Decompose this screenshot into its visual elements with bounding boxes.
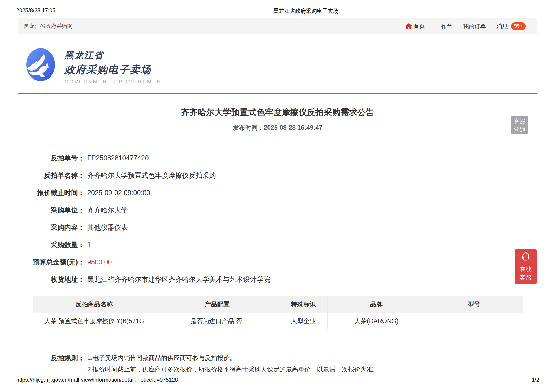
- customer-service-chat-button[interactable]: 客服 沟通: [511, 116, 528, 134]
- nav-item-label: 消息: [496, 22, 508, 30]
- online-service-label-line2: 客服: [520, 273, 532, 282]
- logo-text-mall: 政府采购电子卖场: [64, 63, 166, 77]
- field-row-purchaser: 采购单位： 齐齐哈尔大学: [0, 205, 379, 215]
- col-header-product-config: 产品配置: [155, 296, 279, 313]
- publish-time-label: 发布时间：: [233, 124, 264, 131]
- nav-item-home[interactable]: 首页: [405, 22, 425, 30]
- home-icon: [405, 22, 412, 30]
- field-label: 采购数量：: [0, 240, 85, 249]
- headset-icon: [521, 251, 531, 263]
- field-row-quote-deadline: 报价截止时间： 2025-09-02 09:00:00: [0, 188, 379, 197]
- rules-label: 反拍规则：: [0, 352, 85, 375]
- field-value: 2025-09-02 09:00:00: [87, 188, 150, 197]
- field-row-quantity: 采购数量： 1: [0, 240, 379, 249]
- field-value: 齐齐哈尔大学预置式色牢度摩擦仪反拍采购: [87, 171, 216, 180]
- top-nav-bar: 黑龙江省政府采购网 首页 工作台 我的订单 消息 99+: [18, 18, 537, 34]
- col-header-special-mark: 特殊标识: [279, 296, 328, 313]
- publish-time-value: 2025-08-28 16:49:47: [264, 124, 322, 131]
- nav-item-my-orders[interactable]: 我的订单: [463, 22, 486, 30]
- nav-separator: [491, 24, 491, 29]
- col-header-model: 型号: [425, 296, 523, 313]
- col-header-brand: 品牌: [328, 296, 425, 313]
- field-label: 采购内容：: [0, 223, 85, 232]
- chat-button-label-line2: 沟通: [514, 125, 525, 134]
- logo-text-province: 黑龙江省: [64, 49, 166, 61]
- field-row-auction-name: 反拍单名称： 齐齐哈尔大学预置式色牢度摩擦仪反拍采购: [0, 171, 379, 180]
- nav-separator: [430, 24, 430, 29]
- field-value: 1: [87, 240, 91, 249]
- cell-brand: 大荣(DARONG): [328, 313, 425, 329]
- nav-item-messages[interactable]: 消息: [496, 22, 508, 30]
- cell-product-name: 大荣 预置式色牢度摩擦仪 Y(B)571G: [33, 313, 155, 329]
- online-service-button[interactable]: 在线 客服: [515, 249, 537, 284]
- nav-item-label: 工作台: [435, 22, 453, 30]
- print-datetime: 2025/8/28 17:05: [16, 7, 56, 14]
- logo-text: 黑龙江省 政府采购电子卖场 GOVERNMENT PROCUREMENT: [64, 49, 166, 85]
- field-label: 收货地址：: [0, 275, 85, 284]
- field-row-auction-no: 反拍单号： FP25082810477420: [0, 153, 379, 163]
- red-divider: [18, 93, 537, 94]
- field-label: 反拍单号：: [0, 153, 85, 163]
- notice-fields: 反拍单号： FP25082810477420 反拍单名称： 齐齐哈尔大学预置式色…: [0, 153, 379, 292]
- rules-lines: 1.电子卖场内销售同款商品的供应商可参与反拍报价。 2.报价时间截止前，供应商可…: [87, 352, 379, 375]
- cell-product-config: 是否为进口产品:否;: [155, 313, 279, 329]
- logo-text-english: GOVERNMENT PROCUREMENT: [64, 79, 166, 85]
- nav-item-workbench[interactable]: 工作台: [435, 22, 453, 30]
- field-label: 预算总金额(元)：: [0, 257, 85, 267]
- field-value: 齐齐哈尔大学: [87, 205, 128, 215]
- nav-menu: 首页 工作台 我的订单 消息 99+: [405, 22, 526, 30]
- print-doc-title: 黑龙江省政府采购电子卖场: [273, 7, 338, 15]
- online-service-label-line1: 在线: [520, 265, 532, 274]
- publish-time-row: 发布时间：2025-08-28 16:49:47: [0, 124, 555, 132]
- notice-title: 齐齐哈尔大学预置式色牢度摩擦仪反拍采购需求公告: [0, 107, 555, 118]
- field-label: 反拍单名称：: [0, 171, 85, 180]
- cell-model: [425, 313, 523, 329]
- chat-button-label-line1: 客服: [514, 117, 525, 125]
- field-value: 黑龙江省齐齐哈尔市建华区齐齐哈尔大学美术与艺术设计学院: [87, 275, 270, 284]
- table-row: 大荣 预置式色牢度摩擦仪 Y(B)571G 是否为进口产品:否; 大型企业 大荣…: [33, 313, 523, 329]
- field-label: 报价截止时间：: [0, 188, 85, 197]
- budget-amount: 9500.00: [87, 257, 112, 267]
- rule-line-2: 2.报价时间截止前，供应商可多次报价，所报价格不得高于采购人设定的最高单价，以最…: [87, 364, 379, 375]
- field-value: FP25082810477420: [87, 153, 149, 163]
- nav-item-label: 首页: [414, 22, 425, 30]
- print-page-number: 1/2: [532, 377, 539, 383]
- rule-line-1: 1.电子卖场内销售同款商品的供应商可参与反拍报价。: [87, 352, 379, 364]
- nav-item-label: 我的订单: [463, 22, 486, 30]
- field-row-budget: 预算总金额(元)： 9500.00: [0, 257, 379, 267]
- field-row-purchase-content: 采购内容： 其他仪器仪表: [0, 223, 379, 232]
- logo-mark-icon: [26, 48, 55, 82]
- table-header-row: 反拍商品名称 产品配置 特殊标识 品牌 型号: [33, 296, 523, 313]
- cell-special-mark: 大型企业: [279, 313, 328, 329]
- page: 2025/8/28 17:05 黑龙江省政府采购电子卖场 黑龙江省政府采购网 首…: [0, 0, 555, 392]
- product-table: 反拍商品名称 产品配置 特殊标识 品牌 型号 大荣 预置式色牢度摩擦仪 Y(B)…: [33, 296, 523, 329]
- print-footer-url: https://hljcg.hlj.gov.cn/mall-view/infor…: [16, 377, 178, 383]
- auction-rules: 反拍规则： 1.电子卖场内销售同款商品的供应商可参与反拍报价。 2.报价时间截止…: [0, 352, 379, 375]
- site-name-link[interactable]: 黑龙江省政府采购网: [24, 22, 73, 30]
- field-row-delivery-address: 收货地址： 黑龙江省齐齐哈尔市建华区齐齐哈尔大学美术与艺术设计学院: [0, 275, 379, 284]
- col-header-product-name: 反拍商品名称: [33, 296, 155, 313]
- field-label: 采购单位：: [0, 205, 85, 215]
- message-count-badge[interactable]: 99+: [511, 22, 526, 30]
- nav-separator: [458, 24, 458, 29]
- field-value: 其他仪器仪表: [87, 223, 128, 232]
- site-logo[interactable]: 黑龙江省 政府采购电子卖场 GOVERNMENT PROCUREMENT: [26, 47, 178, 82]
